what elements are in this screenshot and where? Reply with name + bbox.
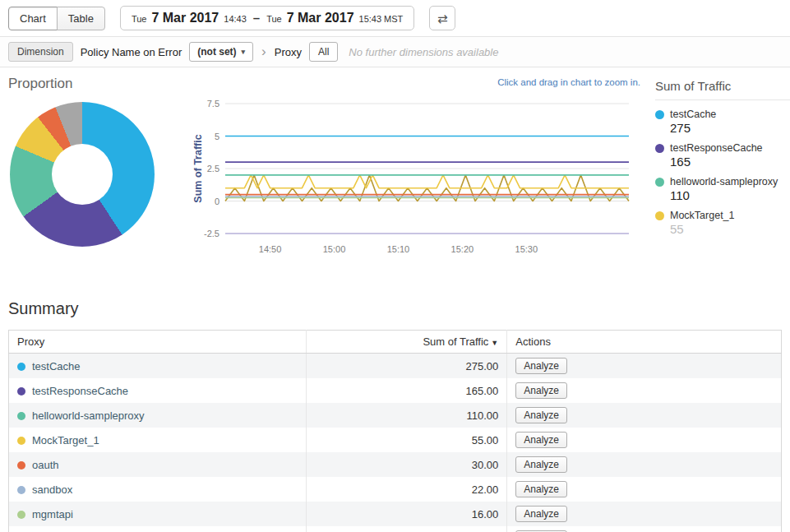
no-further-dimensions-text: No further dimensions available: [349, 46, 498, 58]
start-date: 7 Mar 2017: [151, 11, 219, 25]
analyze-button[interactable]: Analyze: [515, 481, 567, 497]
chart-table-toggle: Chart Table: [8, 7, 105, 30]
actions-cell: Analyze: [507, 378, 782, 403]
table-row: oauth30.00Analyze: [9, 452, 782, 477]
x-axis-tick-label: 15:10: [387, 244, 410, 254]
traffic-value-cell: 30.00: [306, 452, 506, 477]
summary-table-body: testCache275.00AnalyzetestResponseCache1…: [9, 354, 782, 532]
traffic-line-chart[interactable]: 7.552.50-2.514:5015:0015:1015:2015:30Sum…: [191, 97, 639, 260]
table-row: sandbox22.00Analyze: [9, 477, 782, 502]
y-axis-title: Sum of Traffic: [192, 134, 204, 202]
sort-desc-icon[interactable]: ▼: [491, 339, 498, 347]
legend-item-value: 110: [670, 188, 790, 202]
dimension-bar: Dimension Policy Name on Error (not set)…: [0, 37, 790, 67]
column-header-proxy: Proxy: [9, 331, 307, 354]
policy-value-label: (not set): [197, 46, 236, 58]
traffic-value-cell: 22.00: [306, 477, 506, 502]
policy-value-dropdown[interactable]: (not set) ▾: [189, 42, 253, 62]
series-color-dot: [17, 387, 25, 396]
summary-title: Summary: [8, 299, 782, 318]
x-axis-tick-label: 14:50: [259, 244, 282, 254]
legend-item-value: 55: [670, 222, 790, 236]
analyze-button[interactable]: Analyze: [515, 432, 567, 448]
column-header-sum-of-traffic[interactable]: Sum of Traffic▼: [306, 331, 506, 354]
zoom-hint-text: Click and drag in chart to zoom in.: [497, 77, 640, 87]
x-axis-tick-label: 15:00: [323, 244, 346, 254]
refresh-icon: ⇄: [437, 12, 448, 25]
table-header-row: Proxy Sum of Traffic▼ Actions: [9, 331, 782, 354]
series-line-MockTarget_1: [225, 175, 629, 188]
analyze-button[interactable]: Analyze: [515, 407, 567, 423]
traffic-value-cell: 275.00: [306, 354, 506, 379]
actions-cell: Analyze: [507, 354, 782, 379]
line-chart-panel: Click and drag in chart to zoom in. 7.55…: [191, 74, 652, 288]
table-row: MockTarget_155.00Analyze: [9, 428, 782, 452]
traffic-value-cell: 110.00: [306, 403, 506, 428]
chevron-right-icon: ›: [261, 44, 267, 60]
actions-cell: Analyze: [507, 403, 782, 428]
legend-item-label: testCache: [670, 109, 716, 120]
proxy-name-cell: testResponseCache: [9, 378, 307, 403]
chart-tab-button[interactable]: Chart: [8, 7, 58, 30]
actions-cell: Analyze: [507, 428, 782, 452]
series-color-dot: [17, 437, 25, 445]
chevron-down-icon: ▾: [242, 48, 246, 56]
legend-item[interactable]: helloworld-sampleproxy110: [655, 176, 790, 202]
proxy-name-cell: mgmtapi: [9, 502, 307, 526]
series-color-dot: [655, 144, 664, 153]
series-color-dot: [655, 211, 664, 220]
y-axis-tick-label: 5: [215, 132, 219, 141]
chart-legend: Sum of Traffic testCache275testResponseC…: [652, 74, 790, 288]
end-date: 7 Mar 2017: [287, 11, 354, 25]
series-color-dot: [17, 412, 25, 420]
table-row: testResponseCache165.00Analyze: [9, 378, 782, 403]
refresh-button[interactable]: ⇄: [429, 6, 455, 30]
policy-dimension-label: Policy Name on Error: [81, 46, 182, 58]
legend-items: testCache275testResponseCache165hellowor…: [655, 109, 790, 236]
proxy-value-button[interactable]: All: [309, 42, 338, 62]
dimension-chip: Dimension: [8, 42, 73, 62]
actions-cell: Analyze: [507, 452, 782, 477]
traffic-value-cell: 16.00: [306, 502, 506, 526]
traffic-value-cell: 55.00: [306, 428, 506, 452]
series-color-dot: [17, 486, 25, 494]
legend-item-label: helloworld-sampleproxy: [670, 176, 778, 187]
proxy-dimension-label: Proxy: [275, 46, 302, 58]
table-row: testCache275.00Analyze: [9, 354, 782, 379]
date-range-picker[interactable]: Tue 7 Mar 2017 14:43 – Tue 7 Mar 2017 15…: [120, 6, 414, 30]
y-axis-tick-label: -2.5: [204, 229, 219, 238]
start-time: 14:43: [224, 14, 247, 24]
start-day: Tue: [132, 14, 147, 24]
table-row: mgmtapi16.00Analyze: [9, 502, 782, 526]
legend-item-value: 275: [670, 121, 790, 135]
x-axis-tick-label: 15:20: [451, 244, 474, 254]
top-toolbar: Chart Table Tue 7 Mar 2017 14:43 – Tue 7…: [0, 0, 790, 37]
summary-section: Summary Proxy Sum of Traffic▼ Actions te…: [0, 288, 790, 532]
analyze-button[interactable]: Analyze: [515, 456, 567, 473]
legend-item-label: MockTarget_1: [670, 210, 735, 221]
legend-item[interactable]: testResponseCache165: [655, 142, 790, 169]
actions-cell: Analyze: [507, 502, 782, 526]
series-color-dot: [655, 110, 664, 119]
proxy-name-cell: sandbox: [9, 477, 307, 502]
y-axis-tick-label: 0: [215, 197, 219, 206]
column-header-actions: Actions: [507, 331, 782, 354]
series-color-dot: [655, 178, 664, 187]
table-row: helloworld-sampleproxy110.00Analyze: [9, 403, 782, 428]
traffic-value-cell: 3.00: [306, 526, 506, 532]
traffic-value-cell: 165.00: [306, 378, 506, 403]
y-axis-tick-label: 2.5: [207, 164, 219, 173]
proportion-donut-chart[interactable]: [10, 102, 155, 247]
proxy-name-cell: helloworld-sampleproxy: [9, 403, 307, 428]
legend-item-label: testResponseCache: [670, 142, 763, 154]
analyze-button[interactable]: Analyze: [515, 358, 567, 374]
legend-item-value: 165: [670, 155, 790, 169]
proxy-name-cell: MockTarget_2: [9, 526, 307, 532]
chart-section: Proportion Click and drag in chart to zo…: [0, 67, 790, 288]
legend-item[interactable]: MockTarget_155: [655, 210, 790, 236]
table-tab-button[interactable]: Table: [57, 7, 105, 30]
legend-title: Sum of Traffic: [655, 79, 790, 100]
analyze-button[interactable]: Analyze: [515, 382, 567, 399]
legend-item[interactable]: testCache275: [655, 109, 790, 135]
analyze-button[interactable]: Analyze: [515, 506, 567, 522]
